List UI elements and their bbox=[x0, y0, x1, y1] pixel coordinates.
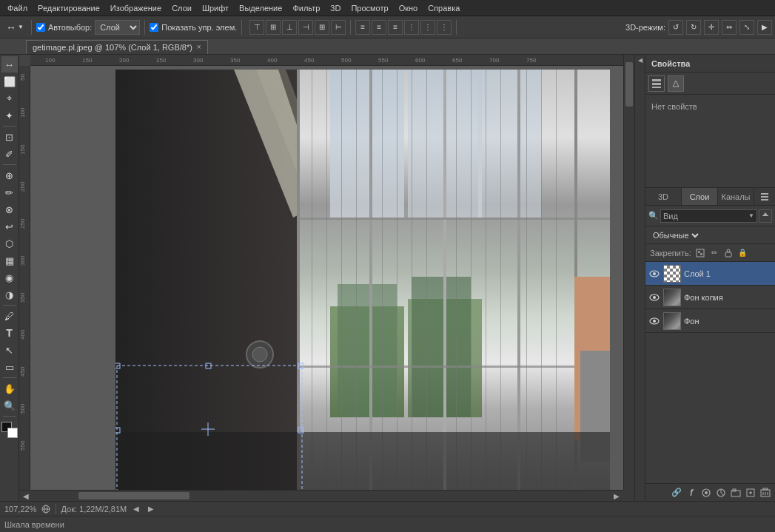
menu-filter[interactable]: Фильтр bbox=[288, 2, 324, 14]
background-color[interactable] bbox=[7, 428, 18, 438]
history-brush-tool[interactable]: ↩ bbox=[1, 218, 18, 235]
layer-eye-0[interactable] bbox=[648, 268, 660, 280]
align-left[interactable]: ⊣ bbox=[298, 20, 313, 35]
collapse-arrow-icon[interactable]: ◀ bbox=[638, 57, 643, 64]
layer-name-0: Слой 1 bbox=[684, 269, 772, 278]
align-vcenter[interactable]: ⊞ bbox=[266, 20, 281, 35]
tool-sep-3 bbox=[3, 305, 16, 306]
3d-slide[interactable]: ⇔ bbox=[722, 20, 737, 35]
autoselect-select[interactable]: Слой Группа bbox=[95, 20, 140, 35]
menu-window[interactable]: Окно bbox=[395, 2, 423, 14]
menu-view[interactable]: Просмотр bbox=[346, 2, 392, 14]
menu-help[interactable]: Справка bbox=[423, 2, 464, 14]
layer-link-btn[interactable]: 🔗 bbox=[670, 486, 683, 499]
3d-rotate[interactable]: ↺ bbox=[668, 20, 683, 35]
lock-paint[interactable]: ✏ bbox=[708, 247, 720, 259]
layer-eye-2[interactable] bbox=[648, 315, 660, 327]
layer-group-btn[interactable] bbox=[729, 486, 742, 499]
tab-channels[interactable]: Каналы bbox=[718, 188, 754, 205]
layer-row-1[interactable]: Фон копия bbox=[645, 286, 775, 309]
layer-fx-btn[interactable]: f bbox=[685, 486, 698, 499]
shape-tool[interactable]: ▭ bbox=[1, 359, 18, 375]
layer-row-0[interactable]: Слой 1 bbox=[645, 262, 775, 286]
distribute-vc[interactable]: ≡ bbox=[372, 20, 386, 35]
menu-image[interactable]: Изображение bbox=[106, 2, 166, 14]
layer-new-btn[interactable] bbox=[744, 486, 757, 499]
menu-layers[interactable]: Слои bbox=[167, 2, 196, 14]
scrollbar-horizontal[interactable]: ◀ ▶ bbox=[19, 490, 623, 501]
distribute-top[interactable]: ≡ bbox=[355, 20, 370, 35]
align-right[interactable]: ⊢ bbox=[331, 20, 346, 35]
props-icon-fx[interactable] bbox=[668, 75, 684, 92]
layers-filter-input[interactable]: Вид ▼ bbox=[660, 209, 757, 223]
doc-info-arrow-left[interactable]: ◀ bbox=[131, 504, 141, 514]
scrollbar-thumb-h[interactable] bbox=[78, 492, 189, 499]
layer-mask-btn[interactable] bbox=[699, 486, 713, 499]
eyedropper-tool[interactable]: ✐ bbox=[1, 146, 18, 162]
layer-delete-btn[interactable] bbox=[759, 486, 772, 499]
blur-tool[interactable]: ◉ bbox=[1, 269, 18, 286]
doc-info-arrow-right[interactable]: ▶ bbox=[146, 504, 156, 514]
menu-font[interactable]: Шрифт bbox=[198, 2, 233, 14]
props-icon-layers[interactable] bbox=[648, 75, 665, 92]
svg-rect-36 bbox=[412, 277, 471, 417]
show-controls-checkbox[interactable] bbox=[150, 23, 158, 32]
menu-file[interactable]: Файл bbox=[3, 2, 32, 14]
blend-mode-select[interactable]: Обычные bbox=[650, 229, 701, 242]
3d-scale[interactable]: ⤡ bbox=[739, 20, 754, 35]
tab-3d[interactable]: 3D bbox=[645, 188, 682, 205]
scrollbar-thumb-v[interactable] bbox=[625, 62, 633, 107]
layer-eye-1[interactable] bbox=[648, 292, 660, 303]
3d-pan[interactable]: ✛ bbox=[704, 20, 719, 35]
gradient-tool[interactable]: ▦ bbox=[1, 252, 18, 269]
layer-row-2[interactable]: Фон bbox=[645, 309, 775, 333]
marquee-tool[interactable]: ⬜ bbox=[1, 73, 18, 90]
align-hcenter[interactable]: ⊞ bbox=[315, 20, 329, 35]
tab-close-button[interactable]: × bbox=[197, 44, 201, 51]
canvas-workspace[interactable] bbox=[30, 66, 623, 490]
type-tool[interactable]: T bbox=[1, 325, 18, 341]
clone-stamp-tool[interactable]: ⊗ bbox=[1, 201, 18, 218]
layers-options-btn[interactable] bbox=[759, 209, 772, 223]
crop-tool[interactable]: ⊡ bbox=[1, 129, 18, 145]
menu-selection[interactable]: Выделение bbox=[235, 2, 286, 14]
filter-dropdown-icon[interactable]: ▼ bbox=[748, 212, 754, 219]
3d-video[interactable]: ▶ bbox=[757, 20, 772, 35]
wand-tool[interactable]: ✦ bbox=[1, 107, 18, 124]
distribute-hc[interactable]: ⋮ bbox=[420, 20, 435, 35]
scrollbar-vertical[interactable] bbox=[623, 55, 634, 490]
spot-heal-tool[interactable]: ⊕ bbox=[1, 167, 18, 183]
align-bottom[interactable]: ⊥ bbox=[282, 20, 297, 35]
tab-layers[interactable]: Слои bbox=[682, 188, 718, 205]
toolbox: ↔ ⬜ ⌖ ✦ ⊡ ✐ ⊕ ✏ ⊗ ↩ ⬡ ▦ ◉ ◑ 🖊 T ↖ ▭ ✋ 🔍 bbox=[0, 55, 19, 501]
path-selection-tool[interactable]: ↖ bbox=[1, 342, 18, 358]
lock-all[interactable]: 🔒 bbox=[737, 247, 748, 259]
distribute-right[interactable]: ⋮ bbox=[437, 20, 452, 35]
align-top[interactable]: ⊤ bbox=[249, 20, 264, 35]
lasso-tool[interactable]: ⌖ bbox=[1, 90, 18, 107]
scroll-right-arrow[interactable]: ▶ bbox=[611, 491, 622, 501]
scroll-left-arrow[interactable]: ◀ bbox=[21, 491, 31, 501]
move-tool[interactable]: ↔ bbox=[1, 56, 18, 73]
layer-thumb-0 bbox=[663, 265, 681, 283]
zoom-tool[interactable]: 🔍 bbox=[1, 397, 18, 414]
move-tool-options[interactable]: ↔ ▼ bbox=[3, 19, 27, 36]
distribute-bottom[interactable]: ≡ bbox=[388, 20, 403, 35]
layer-adjustment-btn[interactable] bbox=[714, 486, 728, 499]
layers-panel-menu[interactable] bbox=[754, 188, 775, 205]
brush-tool[interactable]: ✏ bbox=[1, 184, 18, 201]
pen-tool[interactable]: 🖊 bbox=[1, 308, 18, 324]
menu-edit[interactable]: Редактирование bbox=[33, 2, 104, 14]
status-proof-icon[interactable] bbox=[41, 504, 51, 514]
3d-roll[interactable]: ↻ bbox=[686, 20, 701, 35]
hand-tool[interactable]: ✋ bbox=[1, 380, 18, 397]
lock-position[interactable] bbox=[722, 247, 734, 259]
distribute-left[interactable]: ⋮ bbox=[404, 20, 419, 35]
lock-transparency[interactable] bbox=[694, 247, 706, 259]
document-tab[interactable]: getimage.pl.jpeg @ 107% (Слой 1, RGB/8*)… bbox=[26, 40, 208, 54]
panel-collapse[interactable]: ◀ bbox=[634, 55, 645, 501]
eraser-tool[interactable]: ⬡ bbox=[1, 235, 18, 252]
autoselect-checkbox[interactable] bbox=[36, 23, 45, 32]
dodge-tool[interactable]: ◑ bbox=[1, 286, 18, 303]
menu-3d[interactable]: 3D bbox=[326, 2, 345, 14]
